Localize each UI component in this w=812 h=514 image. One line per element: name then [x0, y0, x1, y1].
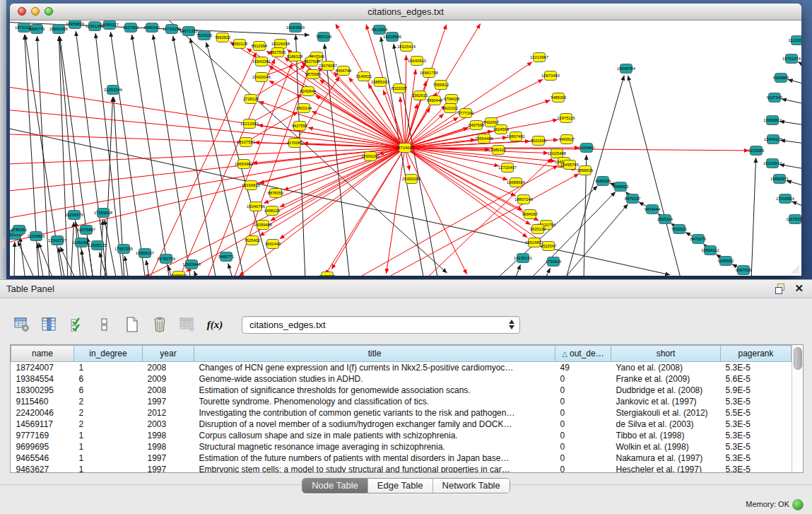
- network-view-canvas[interactable]: 1473101494067792069140616959829123612601…: [10, 21, 801, 276]
- table-cell[interactable]: 0: [555, 396, 611, 407]
- table-cell[interactable]: 49: [555, 362, 611, 374]
- graph-edge[interactable]: [110, 32, 146, 276]
- table-cell[interactable]: 5.3E-5: [721, 419, 792, 430]
- table-cell[interactable]: 1: [74, 464, 143, 472]
- table-cell[interactable]: 18300295: [11, 385, 74, 396]
- graph-edge[interactable]: [194, 271, 198, 276]
- table-cell[interactable]: Embryonic stem cells: a model to study s…: [194, 464, 555, 472]
- table-cell[interactable]: 2009: [143, 373, 194, 385]
- float-panel-icon[interactable]: [775, 284, 785, 293]
- table-settings-button[interactable]: [11, 314, 33, 335]
- table-cell[interactable]: 0: [555, 385, 611, 396]
- table-cell[interactable]: 2: [74, 396, 143, 407]
- close-panel-icon[interactable]: ✕: [794, 282, 804, 295]
- table-cell[interactable]: Franke et al. (2009): [611, 373, 721, 385]
- table-cell[interactable]: 19384554: [11, 373, 74, 385]
- column-header-title[interactable]: title: [194, 346, 555, 362]
- graph-edge[interactable]: [82, 250, 83, 276]
- column-header-out_de[interactable]: △out_de…: [555, 346, 611, 362]
- table-cell[interactable]: 2: [74, 407, 143, 419]
- function-builder-button[interactable]: f(x): [204, 314, 225, 335]
- graph-edge[interactable]: [544, 268, 551, 276]
- graph-edge[interactable]: [394, 44, 438, 276]
- table-cell[interactable]: 18724007: [11, 362, 74, 374]
- table-cell[interactable]: Corpus callosum shape and size in male p…: [194, 430, 555, 441]
- table-cell[interactable]: 1: [74, 441, 143, 452]
- graph-edge[interactable]: [312, 111, 405, 148]
- tab-node-table[interactable]: Node Table: [302, 479, 367, 493]
- citation-network-graph[interactable]: 1473101494067792069140616959829123612601…: [10, 21, 801, 276]
- graph-edge[interactable]: [146, 260, 150, 276]
- table-cell[interactable]: de Silva et al. (2003): [611, 419, 721, 430]
- table-cell[interactable]: 0: [555, 452, 611, 464]
- graph-edge[interactable]: [132, 35, 170, 276]
- tab-network-table[interactable]: Network Table: [433, 479, 510, 493]
- table-cell[interactable]: 0: [555, 441, 611, 452]
- graph-edge[interactable]: [565, 76, 624, 276]
- table-cell[interactable]: 1998: [143, 441, 194, 452]
- graph-edge[interactable]: [787, 181, 801, 186]
- scrollbar-thumb[interactable]: [794, 347, 802, 370]
- table-cell[interactable]: 2: [74, 419, 143, 430]
- table-cell[interactable]: 9699695: [11, 441, 74, 452]
- table-cell[interactable]: 1997: [143, 452, 194, 464]
- graph-edge[interactable]: [228, 264, 233, 276]
- graph-edge[interactable]: [10, 148, 405, 192]
- tab-edge-table[interactable]: Edge Table: [367, 479, 433, 493]
- table-cell[interactable]: 9115460: [11, 396, 74, 407]
- graph-edge[interactable]: [751, 158, 756, 276]
- table-cell[interactable]: 9777169: [11, 430, 74, 441]
- table-cell[interactable]: Yano et al. (2008): [611, 362, 721, 374]
- graph-edge[interactable]: [628, 76, 681, 276]
- table-cell[interactable]: 1: [74, 452, 143, 464]
- table-cell[interactable]: 0: [555, 430, 611, 441]
- table-cell[interactable]: 0: [555, 373, 611, 385]
- graph-edge[interactable]: [779, 121, 801, 125]
- table-cell[interactable]: 1998: [143, 430, 194, 441]
- graph-edge[interactable]: [779, 165, 801, 169]
- table-cell[interactable]: Nakamura et al. (1997): [611, 452, 721, 464]
- rows-button[interactable]: [94, 314, 115, 335]
- table-cell[interactable]: Stergiakouli et al. (2012): [611, 407, 721, 419]
- graph-edge[interactable]: [405, 69, 416, 148]
- table-cell[interactable]: Estimation of significance thresholds fo…: [194, 385, 555, 396]
- graph-edge[interactable]: [386, 148, 405, 274]
- table-cell[interactable]: 9463627: [11, 464, 74, 472]
- column-header-pagerank[interactable]: pagerank: [721, 346, 792, 362]
- graph-edge[interactable]: [780, 140, 801, 144]
- table-cell[interactable]: 9465546: [11, 452, 74, 464]
- table-cell[interactable]: 5.3E-5: [721, 452, 792, 464]
- vertical-scrollbar[interactable]: [792, 345, 803, 472]
- graph-edge[interactable]: [264, 148, 405, 204]
- graph-edge[interactable]: [798, 62, 801, 66]
- table-cell[interactable]: Wolkin et al. (1998): [611, 441, 721, 452]
- graph-edge[interactable]: [280, 148, 405, 239]
- table-cell[interactable]: Structural magnetic resonance image aver…: [194, 441, 555, 452]
- select-column-button[interactable]: [39, 314, 60, 335]
- table-cell[interactable]: 5.3E-5: [721, 396, 792, 407]
- memory-status-led[interactable]: [792, 499, 804, 510]
- table-panel-header[interactable]: Table Panel ✕: [0, 280, 812, 298]
- table-selector-dropdown[interactable]: citations_edges.txt: [242, 316, 520, 334]
- batch-check-button[interactable]: [66, 314, 88, 335]
- table-cell[interactable]: Investigating the contribution of common…: [194, 407, 555, 419]
- table-cell[interactable]: Genome-wide association studies in ADHD.: [194, 373, 555, 385]
- window-resize-grip[interactable]: [791, 265, 800, 274]
- graph-edge[interactable]: [153, 35, 191, 276]
- graph-edge[interactable]: [71, 222, 73, 276]
- table-cell[interactable]: 5.5E-5: [721, 407, 792, 419]
- table-cell[interactable]: 1: [74, 430, 143, 441]
- table-cell[interactable]: 0: [555, 407, 611, 419]
- table-cell[interactable]: 0: [555, 419, 611, 430]
- network-window-titlebar[interactable]: citations_edges.txt: [10, 4, 801, 21]
- graph-edge[interactable]: [405, 55, 406, 148]
- graph-edge[interactable]: [18, 241, 35, 276]
- column-header-in_degree[interactable]: in_degree: [74, 346, 143, 362]
- table-cell[interactable]: 6: [74, 385, 143, 396]
- table-cell[interactable]: 1997: [143, 396, 194, 407]
- graph-edge[interactable]: [125, 256, 129, 276]
- graph-edge[interactable]: [563, 204, 628, 276]
- table-cell[interactable]: 2008: [143, 362, 194, 374]
- graph-edge[interactable]: [95, 33, 123, 276]
- table-cell[interactable]: 5.3E-5: [721, 464, 792, 472]
